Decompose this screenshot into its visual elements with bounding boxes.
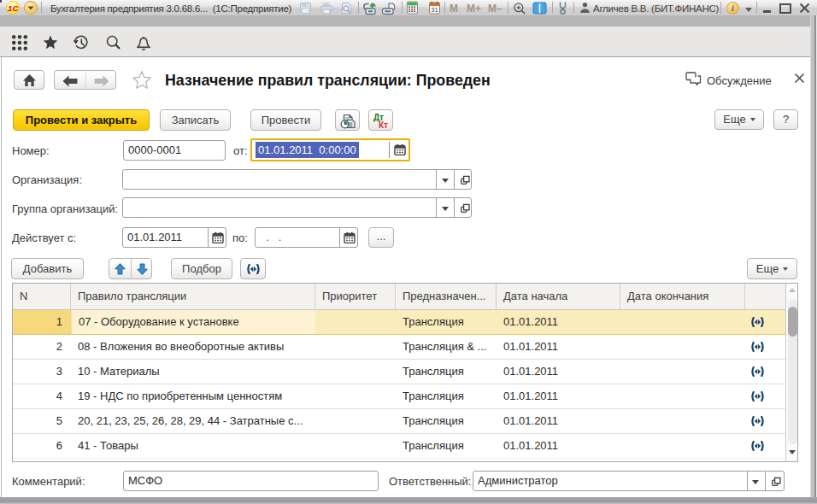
svg-text:31: 31	[431, 6, 438, 14]
svg-text:1С: 1С	[8, 3, 18, 13]
svg-text:i: i	[732, 3, 734, 13]
